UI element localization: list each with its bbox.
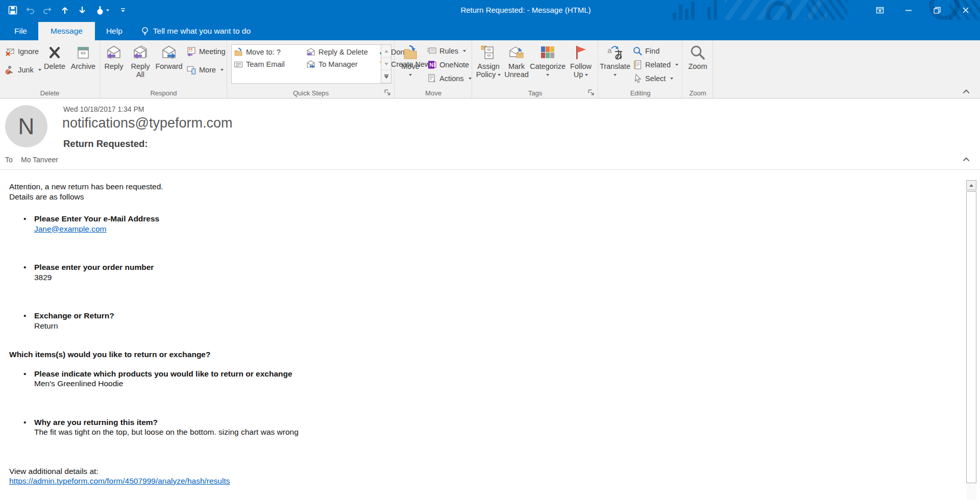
undo-icon[interactable] — [23, 4, 37, 17]
group-label-zoom: Zoom — [683, 89, 713, 97]
titlebar: Return Requested: - Message (HTML) — [0, 0, 980, 20]
previous-item-icon[interactable] — [58, 4, 71, 17]
footer-text: View additional details at: — [9, 466, 949, 477]
zoom-button[interactable]: Zoom — [683, 43, 712, 88]
message-header: N Wed 10/18/2017 1:34 PM notifications@t… — [0, 98, 980, 170]
delete-button[interactable]: Delete — [40, 43, 69, 88]
ignore-button[interactable]: Ignore — [5, 45, 41, 58]
save-icon[interactable] — [6, 4, 19, 17]
sender-avatar: N — [5, 105, 47, 147]
ribbon-display-options-icon[interactable] — [866, 0, 894, 20]
ribbon-group-respond: Reply Reply All Forward Meeting More — [101, 40, 227, 98]
answer-email-link[interactable]: Jane@example.com — [34, 224, 107, 233]
lightbulb-icon — [141, 27, 149, 36]
recipient-name[interactable]: Mo Tanveer — [21, 156, 58, 164]
categorize-button[interactable]: Categorize — [531, 43, 564, 88]
question-text: Please indicate which products you would… — [34, 369, 949, 379]
collapse-ribbon-icon[interactable] — [962, 88, 971, 95]
find-button[interactable]: Find — [632, 44, 678, 58]
answer-text: The fit was tight on the top, but loose … — [34, 427, 949, 437]
question-text: Please enter your order number — [34, 262, 949, 272]
translate-button[interactable]: a Translate — [600, 43, 630, 88]
related-icon — [632, 60, 643, 70]
qa-email-address: Please Enter Your e-Mail Address Jane@ex… — [9, 214, 949, 234]
group-label-respond: Respond — [101, 89, 227, 97]
onenote-button[interactable]: N OneNote — [427, 58, 472, 71]
body-intro-line-2: Details are as follows — [9, 192, 949, 202]
ribbon-group-editing: a Translate Find Related Select Editing — [599, 40, 682, 98]
redo-icon[interactable] — [41, 4, 54, 17]
answer-text: 3829 — [34, 272, 949, 283]
find-icon — [632, 46, 643, 56]
delete-icon — [46, 44, 63, 61]
section-heading: Which items(s) would you like to return … — [9, 349, 949, 360]
tags-dialog-launcher-icon[interactable] — [587, 89, 595, 96]
archive-icon — [75, 44, 91, 61]
ribbon-group-zoom: Zoom Zoom — [683, 40, 713, 98]
close-icon[interactable] — [951, 0, 980, 20]
meeting-icon — [186, 46, 197, 57]
qa-exchange-or-return: Exchange or Return? Return — [9, 311, 949, 331]
group-label-quick-steps: Quick Steps — [228, 89, 394, 97]
body-scrollbar[interactable] — [966, 180, 976, 500]
next-item-icon[interactable] — [76, 4, 89, 17]
question-text: Why are you returning this item? — [34, 417, 949, 428]
more-respond-button[interactable]: More — [186, 63, 226, 77]
quick-steps-dialog-launcher-icon[interactable] — [384, 89, 391, 96]
tab-message[interactable]: Message — [38, 22, 95, 40]
customize-qat-icon[interactable] — [116, 4, 130, 17]
quick-step-to-manager[interactable]: To Manager — [306, 58, 379, 70]
restore-icon[interactable] — [923, 0, 951, 20]
reply-button[interactable]: Reply — [101, 43, 127, 88]
message-date: Wed 10/18/2017 1:34 PM — [63, 105, 144, 113]
junk-button[interactable]: Junk — [5, 63, 41, 77]
quick-steps-more[interactable] — [381, 70, 391, 83]
tell-me-label: Tell me what you want to do — [153, 27, 251, 36]
quick-access-toolbar — [6, 0, 130, 20]
ribbon: Ignore Junk Delete Archive Delete Rep — [0, 40, 980, 98]
minimize-icon[interactable] — [894, 0, 923, 20]
forward-button[interactable]: Forward — [155, 43, 183, 88]
rules-button[interactable]: Rules — [427, 44, 472, 58]
window-title: Return Requested: - Message (HTML) — [71, 0, 980, 20]
tab-help[interactable]: Help — [95, 22, 134, 40]
footer-results-link[interactable]: https://admin.typeform.com/form/4507999/… — [9, 477, 230, 485]
qa-products-to-return: Please indicate which products you would… — [9, 369, 949, 389]
translate-icon: a — [607, 44, 623, 61]
categorize-icon — [540, 44, 556, 61]
forward-icon — [161, 44, 177, 61]
ignore-icon — [5, 46, 15, 57]
quick-step-reply-delete[interactable]: Reply & Delete — [306, 46, 379, 58]
related-button[interactable]: Related — [632, 58, 678, 71]
archive-button[interactable]: Archive — [69, 43, 97, 88]
quick-steps-gallery: Move to: ? Team Email Reply & Delete To … — [231, 44, 381, 84]
ribbon-group-delete: Ignore Junk Delete Archive Delete — [0, 40, 100, 98]
reply-all-icon — [132, 44, 149, 61]
quick-step-move-to[interactable]: Move to: ? — [234, 46, 306, 58]
qa-return-reason: Why are you returning this item? The fit… — [9, 417, 949, 437]
scrollbar-up-icon[interactable] — [966, 180, 976, 190]
rules-icon — [427, 46, 437, 56]
question-text: Please Enter Your e-Mail Address — [34, 214, 949, 224]
quick-steps-scroll-down[interactable] — [381, 58, 391, 70]
actions-button[interactable]: Actions — [427, 72, 472, 85]
touch-mode-icon[interactable] — [93, 4, 112, 17]
tab-file[interactable]: File — [3, 22, 38, 40]
to-manager-icon — [306, 60, 315, 69]
meeting-button[interactable]: Meeting — [186, 45, 226, 58]
scrollbar-thumb[interactable] — [966, 191, 976, 483]
quick-step-team-email[interactable]: Team Email — [234, 58, 306, 70]
reply-all-button[interactable]: Reply All — [127, 43, 154, 88]
select-button[interactable]: Select — [632, 72, 678, 85]
reply-delete-icon — [306, 47, 315, 57]
tell-me-box[interactable]: Tell me what you want to do — [134, 22, 258, 40]
assign-policy-button[interactable]: Assign Policy — [474, 43, 503, 88]
mark-unread-button[interactable]: Mark Unread — [503, 43, 530, 88]
follow-up-button[interactable]: Follow Up — [567, 43, 595, 88]
collapse-header-icon[interactable] — [962, 156, 971, 163]
quick-steps-scroll-up[interactable] — [381, 45, 391, 58]
sender-address[interactable]: notifications@typeform.com — [62, 115, 233, 131]
answer-text: Men's Greenlined Hoodie — [34, 379, 949, 389]
move-button[interactable]: Move — [396, 43, 425, 88]
message-subject: Return Requested: — [63, 138, 148, 149]
